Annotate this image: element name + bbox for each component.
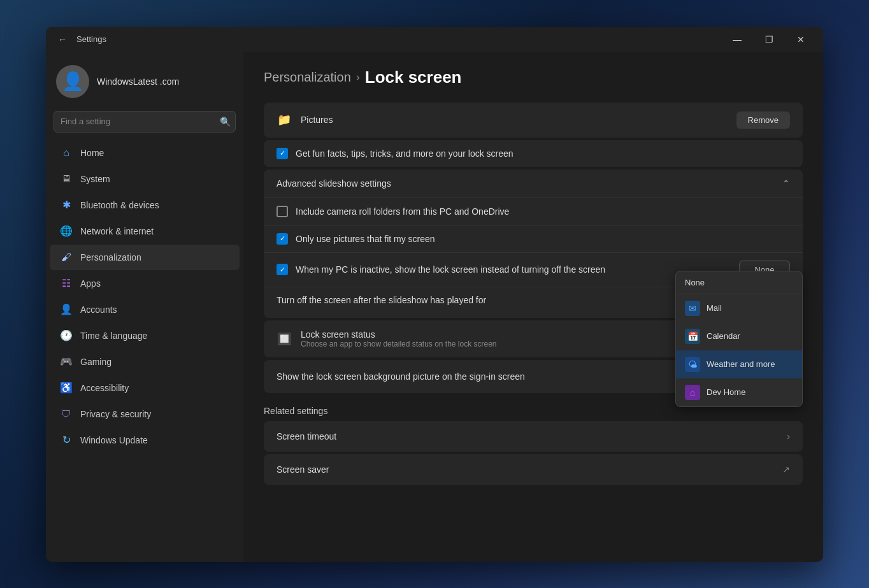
- accounts-icon: 👤: [60, 303, 73, 316]
- folder-icon: 📁: [276, 112, 292, 127]
- back-button[interactable]: ←: [54, 31, 71, 48]
- sidebar-item-accessibility[interactable]: ♿ Accessibility: [50, 375, 240, 401]
- sidebar-item-label-privacy: Privacy & security: [80, 409, 151, 419]
- screen-saver-external-icon: ↗: [782, 464, 790, 475]
- screen-saver-row[interactable]: Screen saver ↗: [264, 454, 803, 485]
- lock-screen-status-row: 🔲 Lock screen status Choose an app to sh…: [264, 320, 803, 357]
- related-settings-title: Related settings: [264, 406, 803, 416]
- accordion-header[interactable]: Advanced slideshow settings ⌃: [264, 169, 803, 197]
- fun-facts-checkbox[interactable]: ✓: [276, 148, 288, 159]
- sidebar-item-label-network: Network & internet: [80, 226, 154, 236]
- lock-screen-status-card: 🔲 Lock screen status Choose an app to sh…: [264, 320, 803, 357]
- dropdown-option-calendar[interactable]: 📅 Calendar: [676, 322, 802, 350]
- pictures-card: 📁 Pictures Remove: [264, 103, 803, 138]
- sidebar-item-label-apps: Apps: [80, 278, 101, 289]
- breadcrumb-parent[interactable]: Personalization: [264, 70, 351, 85]
- only-pictures-checkbox[interactable]: ✓: [276, 233, 288, 245]
- search-box: 🔍: [54, 111, 236, 133]
- user-name: WindowsLatest .com: [97, 76, 179, 87]
- sidebar-item-label-time: Time & language: [80, 331, 147, 341]
- privacy-icon: 🛡: [60, 408, 73, 420]
- settings-window: ← Settings — ❐ ✕ 👤 WindowsLatest .com 🔍 …: [46, 27, 823, 562]
- sidebar-item-label-gaming: Gaming: [80, 357, 111, 367]
- title-bar: ← Settings — ❐ ✕: [46, 27, 823, 52]
- system-icon: 🖥: [60, 173, 73, 185]
- sidebar-item-system[interactable]: 🖥 System: [50, 166, 240, 192]
- sidebar-item-accounts[interactable]: 👤 Accounts: [50, 297, 240, 322]
- sidebar-item-label-accounts: Accounts: [80, 305, 117, 315]
- personalization-icon: 🖌: [60, 251, 73, 264]
- sidebar-item-time[interactable]: 🕐 Time & language: [50, 323, 240, 348]
- fun-facts-row: ✓ Get fun facts, tips, tricks, and more …: [264, 140, 803, 167]
- breadcrumb-separator: ›: [356, 71, 360, 84]
- sidebar-item-label-home: Home: [80, 148, 104, 158]
- lock-screen-dropdown: None ✉ Mail 📅 Calendar 🌤 Weather and mor…: [675, 271, 803, 407]
- fun-facts-label: Get fun facts, tips, tricks, and more on…: [296, 148, 790, 159]
- close-button[interactable]: ✕: [786, 29, 815, 50]
- pictures-label: Pictures: [301, 115, 728, 125]
- sidebar-item-personalization[interactable]: 🖌 Personalization: [50, 245, 240, 270]
- bluetooth-icon: ✱: [60, 199, 73, 212]
- user-section: 👤 WindowsLatest .com: [46, 59, 243, 108]
- camera-roll-row: Include camera roll folders from this PC…: [264, 198, 803, 225]
- show-lock-screen-checkbox[interactable]: ✓: [276, 264, 288, 275]
- search-icon: 🔍: [220, 117, 231, 127]
- lock-icon: 🔲: [276, 331, 292, 347]
- camera-roll-label: Include camera roll folders from this PC…: [296, 206, 790, 217]
- avatar-icon: 👤: [62, 71, 84, 92]
- dropdown-label-devhome: Dev Home: [707, 387, 745, 397]
- sidebar-item-label-system: System: [80, 174, 110, 184]
- calendar-icon: 📅: [685, 329, 700, 344]
- minimize-button[interactable]: —: [722, 29, 752, 50]
- dropdown-label-weather: Weather and more: [707, 359, 775, 369]
- screen-saver-label: Screen saver: [276, 464, 782, 475]
- mail-icon: ✉: [685, 301, 700, 316]
- only-pictures-row: ✓ Only use pictures that fit my screen: [264, 225, 803, 252]
- devhome-icon: ⌂: [685, 385, 700, 400]
- remove-button[interactable]: Remove: [736, 111, 790, 129]
- breadcrumb: Personalization › Lock screen: [264, 68, 803, 87]
- apps-icon: ☷: [60, 277, 73, 290]
- page-title: Lock screen: [365, 68, 462, 87]
- screen-timeout-label: Screen timeout: [276, 431, 787, 441]
- weather-icon: 🌤: [685, 357, 700, 372]
- main-body: 👤 WindowsLatest .com 🔍 ⌂ Home 🖥 System ✱…: [46, 52, 823, 562]
- camera-roll-checkbox[interactable]: [276, 206, 288, 217]
- home-icon: ⌂: [60, 147, 73, 159]
- sidebar-item-label-bluetooth: Bluetooth & devices: [80, 200, 159, 210]
- dropdown-option-mail[interactable]: ✉ Mail: [676, 294, 802, 322]
- sidebar-item-network[interactable]: 🌐 Network & internet: [50, 219, 240, 244]
- sidebar-item-gaming[interactable]: 🎮 Gaming: [50, 349, 240, 375]
- chevron-up-icon: ⌃: [782, 178, 790, 189]
- avatar: 👤: [56, 65, 89, 98]
- sidebar-item-label-accessibility: Accessibility: [80, 383, 129, 393]
- accordion-title: Advanced slideshow settings: [276, 178, 782, 189]
- sidebar-item-bluetooth[interactable]: ✱ Bluetooth & devices: [50, 192, 240, 218]
- pictures-row: 📁 Pictures Remove: [264, 103, 803, 138]
- winupdate-icon: ↻: [60, 434, 73, 447]
- screen-timeout-row[interactable]: Screen timeout ›: [264, 421, 803, 452]
- window-controls: — ❐ ✕: [722, 29, 815, 50]
- search-input[interactable]: [54, 111, 236, 133]
- accessibility-icon: ♿: [60, 382, 73, 394]
- sidebar-item-apps[interactable]: ☷ Apps: [50, 271, 240, 296]
- dropdown-option-none[interactable]: None: [676, 271, 802, 294]
- sidebar: 👤 WindowsLatest .com 🔍 ⌂ Home 🖥 System ✱…: [46, 52, 243, 562]
- title-bar-title: Settings: [76, 34, 106, 44]
- sidebar-item-label-personalization: Personalization: [80, 252, 141, 262]
- gaming-icon: 🎮: [60, 355, 73, 368]
- sidebar-item-home[interactable]: ⌂ Home: [50, 140, 240, 166]
- sidebar-item-winupdate[interactable]: ↻ Windows Update: [50, 427, 240, 453]
- dropdown-label-mail: Mail: [707, 303, 722, 313]
- time-icon: 🕐: [60, 329, 73, 342]
- maximize-button[interactable]: ❐: [754, 29, 784, 50]
- show-lock-screen-label: When my PC is inactive, show the lock sc…: [296, 264, 731, 275]
- sidebar-item-label-winupdate: Windows Update: [80, 435, 148, 445]
- sidebar-item-privacy[interactable]: 🛡 Privacy & security: [50, 401, 240, 427]
- dropdown-option-weather[interactable]: 🌤 Weather and more: [676, 350, 802, 378]
- network-icon: 🌐: [60, 225, 73, 238]
- sign-in-label: Show the lock screen background picture …: [276, 371, 728, 382]
- dropdown-option-devhome[interactable]: ⌂ Dev Home: [676, 378, 802, 406]
- only-pictures-label: Only use pictures that fit my screen: [296, 234, 790, 244]
- screen-timeout-chevron-icon: ›: [787, 431, 790, 441]
